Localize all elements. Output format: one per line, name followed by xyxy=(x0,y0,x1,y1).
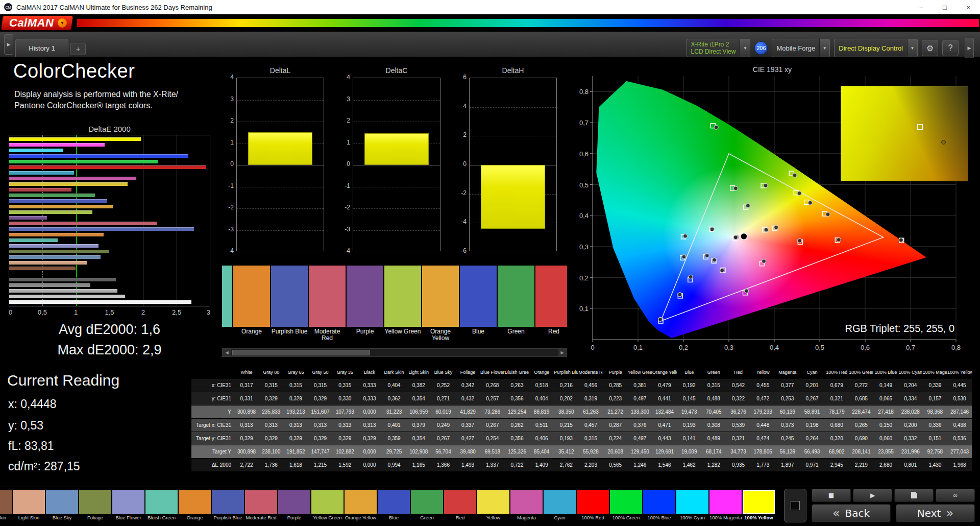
palette-item[interactable]: Cyan xyxy=(544,490,576,526)
scroll-right-icon[interactable]: ▶ xyxy=(558,349,567,356)
cie-measured-point xyxy=(713,258,717,262)
axis-tick-label: 2,5 xyxy=(172,308,181,316)
meter-count-badge: 206 xyxy=(754,41,768,55)
table-cell: 0,334 xyxy=(898,396,923,401)
swatch-tile[interactable]: Blue xyxy=(460,266,497,343)
swatch-tile[interactable]: Purplish Blue xyxy=(271,266,308,343)
swatch-tile[interactable]: Yellow Green xyxy=(384,266,421,343)
de-bar-row xyxy=(9,250,210,254)
palette-item[interactable]: Dark Skin xyxy=(0,490,12,526)
table-header-cell: Cyan xyxy=(800,370,824,375)
left-panel-expander[interactable]: ▶ xyxy=(4,34,13,55)
palette-item[interactable]: 100% Cyan xyxy=(676,490,708,526)
help-button[interactable]: ? xyxy=(942,40,959,56)
palette-item[interactable]: Purplish Blue xyxy=(212,490,244,526)
scroll-thumb[interactable] xyxy=(232,350,370,355)
swatch-tile[interactable]: Moderate Red xyxy=(309,266,346,343)
table-cell: 0,151 xyxy=(923,436,947,441)
palette-color xyxy=(179,490,211,514)
table-cell: 0,404 xyxy=(529,396,554,401)
swatch-scrollbar[interactable]: ◀ ▶ xyxy=(222,348,567,357)
bottom-bar: Dark SkinLight SkinBlue SkyFoliageBlue F… xyxy=(0,487,980,526)
palette-item[interactable]: 100% Red xyxy=(577,490,609,526)
table-header-cell: Light Skin xyxy=(406,370,431,375)
table-header-cell: 100% Red xyxy=(824,370,849,375)
swatch-color xyxy=(422,266,459,327)
palette-item[interactable]: 100% Blue xyxy=(643,490,675,526)
back-button[interactable]: «Back xyxy=(812,504,891,522)
play-button[interactable]: ▶ xyxy=(853,489,892,502)
swatch-tile[interactable]: Orange xyxy=(233,266,270,343)
palette-item[interactable]: Foliage xyxy=(79,490,111,526)
max-de2000: Max dE2000: 2,9 xyxy=(9,342,210,358)
table-header-cell: Gray 50 xyxy=(308,370,333,375)
table-cell: 0,315 xyxy=(259,382,283,388)
table-cell: 0,679 xyxy=(824,382,849,388)
palette-item[interactable]: Yellow Green xyxy=(311,490,344,526)
close-button[interactable]: × xyxy=(957,0,980,14)
pattern-source-arrow-icon[interactable]: ▼ xyxy=(819,39,829,57)
table-header-cell: Red xyxy=(726,370,750,375)
de-bar xyxy=(9,283,90,287)
palette-item[interactable]: Blue Flower xyxy=(112,490,144,526)
palette-item[interactable]: Red xyxy=(444,490,476,526)
palette-item[interactable]: 100% Green xyxy=(610,490,642,526)
scroll-left-icon[interactable]: ◀ xyxy=(223,349,231,356)
maximize-button[interactable]: □ xyxy=(933,0,957,14)
table-cell: 38,350 xyxy=(554,409,578,415)
palette-item[interactable]: 100% Magenta xyxy=(709,490,742,526)
swatch-tile[interactable]: Red xyxy=(535,266,567,343)
table-cell: 0,489 xyxy=(701,436,726,441)
axis-tick-label: 2 xyxy=(141,308,145,316)
settings-button[interactable]: ⚙ xyxy=(922,40,938,56)
scroll-track[interactable] xyxy=(231,349,558,356)
table-cell: 1,462 xyxy=(677,462,701,468)
axis-tick-label: -4 xyxy=(345,247,350,254)
palette-item[interactable]: Light Skin xyxy=(13,490,45,526)
delta-chart-0: DeltaL 43210-1-2-3-4 xyxy=(222,66,324,251)
calman-logo-arrow-icon[interactable]: ▼ xyxy=(58,18,67,28)
pattern-window-button[interactable] xyxy=(784,489,806,522)
palette-item[interactable]: Blue xyxy=(378,490,410,526)
table-cell: 21,272 xyxy=(603,409,628,415)
table-cell: 0,272 xyxy=(849,382,873,388)
axis-tick-label: 4 xyxy=(463,103,467,110)
right-panel-expander[interactable]: ▶ xyxy=(965,38,974,58)
table-cell: 29,725 xyxy=(382,449,406,455)
table-cell: 0,200 xyxy=(898,422,923,428)
palette-item[interactable]: Blue Sky xyxy=(46,490,78,526)
swatch-tile[interactable]: Purple xyxy=(347,266,383,343)
display-control-arrow-icon[interactable]: ▼ xyxy=(907,39,917,57)
swatch-tile[interactable]: Orange Yellow xyxy=(422,266,459,343)
display-control-dropdown[interactable]: Direct Display Control ▼ xyxy=(834,39,918,57)
minimize-button[interactable]: – xyxy=(910,0,933,14)
palette-item[interactable]: Orange xyxy=(179,490,211,526)
palette-item[interactable]: Green xyxy=(411,490,443,526)
palette-item[interactable]: Moderate Red xyxy=(245,490,277,526)
palette-item[interactable]: Bluish Green xyxy=(145,490,178,526)
de-bar-row xyxy=(9,165,210,170)
table-cell: 0,315 xyxy=(308,382,333,388)
continuous-measure-button[interactable]: ∞ xyxy=(936,489,975,502)
swatch-tile[interactable]: Green xyxy=(498,266,534,343)
palette-item[interactable]: Purple xyxy=(278,490,310,526)
tab-history-1[interactable]: History 1 xyxy=(15,39,68,57)
add-tab-button[interactable]: + xyxy=(70,43,86,55)
palette-item[interactable]: Yellow xyxy=(477,490,509,526)
palette-color xyxy=(676,490,708,514)
palette-item[interactable]: Magenta xyxy=(510,490,543,526)
de-bar xyxy=(9,255,101,259)
de-bar xyxy=(9,199,107,203)
pattern-source-dropdown[interactable]: Mobile Forge ▼ xyxy=(772,39,830,57)
save-button[interactable] xyxy=(894,489,934,502)
stop-button[interactable]: ■ xyxy=(812,489,851,502)
table-cell: 0,141 xyxy=(677,436,701,441)
palette-item[interactable]: 100% Yellow xyxy=(743,490,775,526)
next-button[interactable]: Next» xyxy=(896,504,975,522)
table-cell: 0,359 xyxy=(382,436,406,441)
meter-dropdown[interactable]: X-Rite i1Pro 2 LCD Direct View ▼ xyxy=(687,39,751,57)
table-cell: 0,455 xyxy=(751,382,775,388)
palette-item[interactable]: Orange Yellow xyxy=(345,490,377,526)
swatch-tile[interactable] xyxy=(222,266,232,343)
meter-dropdown-arrow-icon[interactable]: ▼ xyxy=(740,39,750,57)
